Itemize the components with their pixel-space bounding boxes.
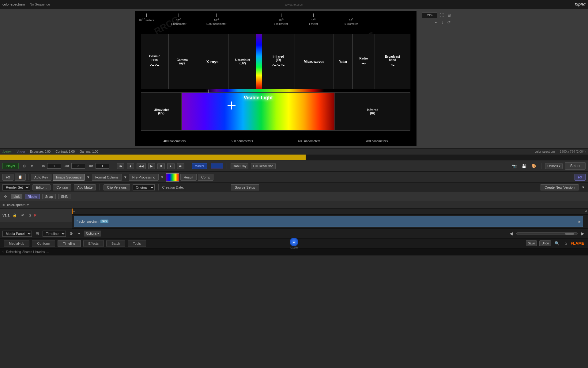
scroll-bar[interactable] [516, 232, 578, 235]
fit-btn[interactable]: ⊞ [446, 12, 452, 18]
separator-5 [541, 163, 541, 169]
clip-versions-label: Clip Versions [104, 184, 130, 190]
ram-play-btn[interactable]: RAM Play [231, 163, 248, 169]
em-cosmic-rays: Cosmicrays 〜〜 [141, 34, 168, 89]
format-options-btn[interactable]: Format Options [92, 174, 122, 181]
marker-label: Marker [195, 164, 204, 168]
sep-render-3 [227, 184, 227, 190]
prev-frame-btn[interactable]: ⏴ [127, 163, 134, 169]
tab-effects[interactable]: Effects [83, 240, 104, 247]
select-button[interactable]: Select [565, 162, 586, 170]
tab-conform[interactable]: Conform [32, 240, 55, 247]
save-frame-btn[interactable]: 💾 [520, 163, 528, 169]
video-label: Video [17, 150, 25, 154]
nm-400: 400 nanometers [164, 140, 186, 143]
options-label: Options [547, 164, 558, 168]
add-matte-btn[interactable]: Add Matte [74, 184, 96, 190]
solo-btn[interactable]: S [28, 213, 32, 218]
vis-band: Ultraviolet(UV) Visible Light Infrared(I… [141, 92, 410, 131]
snap-button[interactable]: Snap [42, 194, 56, 199]
options-btn[interactable]: Options ▾ [545, 163, 562, 169]
fx-bar: FX 📋 Auto Key Image Sequence ▾ Format Op… [0, 172, 588, 183]
nm-labels: 400 nanometers 500 nanometers 600 nanome… [141, 140, 410, 143]
fx-right-btn[interactable]: FX [575, 174, 586, 181]
tab-mediahub[interactable]: MediaHub [4, 240, 29, 247]
editor-btn[interactable]: Editor... [32, 184, 51, 190]
settings-btn[interactable]: ⚙ [21, 163, 27, 169]
gamma-label: Gamma: 1.00 [80, 150, 98, 153]
contain-btn[interactable]: Contain [53, 184, 71, 190]
zoom-level[interactable]: 79% [422, 12, 437, 18]
options-bottom-btn[interactable]: Options ▾ [84, 231, 101, 236]
dur-field[interactable] [96, 163, 109, 169]
undo-btn[interactable]: Undo [539, 240, 551, 246]
image-sequence-btn[interactable]: Image Sequence [53, 174, 85, 181]
pre-processing-btn[interactable]: Pre-Processing [129, 174, 159, 181]
home-btn[interactable]: ⌂ [563, 240, 568, 246]
track-label-row: V1:1 🔒 👁 S P [0, 209, 72, 222]
next-frame-btn[interactable]: ⏵ [167, 163, 175, 169]
render-set-select[interactable]: Render Set [2, 184, 30, 190]
out-label: Out [63, 164, 69, 168]
creation-date-field[interactable] [187, 186, 223, 189]
dropdown-btn[interactable]: ▾ [30, 163, 34, 169]
stop-btn[interactable]: ⏸ [157, 163, 165, 169]
notification-bar: ℹ Refreshing 'Shared Libraries' ... [0, 248, 588, 255]
fullscreen-btn[interactable]: ⛶ [439, 12, 445, 18]
go-to-start-btn[interactable]: ⏮ [117, 163, 124, 169]
pre-dropdown-icon[interactable]: ▾ [160, 174, 164, 180]
play-btn[interactable]: ▶ [148, 163, 155, 169]
seq-dropdown-icon[interactable]: ▾ [86, 174, 91, 180]
scroll-right-btn[interactable]: ▶ [580, 231, 586, 236]
save-btn[interactable]: Save [526, 240, 537, 246]
result-btn[interactable]: Result [180, 174, 197, 181]
clip-btn[interactable]: 📋 [15, 174, 26, 181]
full-resolution-btn[interactable]: Full Resolution [251, 163, 275, 169]
media-panel-icon[interactable]: ⊞ [34, 231, 40, 236]
lock-btn[interactable]: 🔒 [11, 213, 18, 218]
em-infrared: Infrared(IR) 〜〜〜 [262, 34, 295, 89]
media-panel-select[interactable]: Media Panel [2, 231, 32, 237]
playhead [72, 209, 73, 214]
flip-v-btn[interactable]: ↕ [441, 19, 445, 25]
clip-thumbnail[interactable] [166, 173, 179, 182]
tl-dropdown-btn[interactable]: ▾ [77, 231, 81, 236]
create-new-version-btn[interactable]: Create New Version [541, 184, 579, 190]
player-button[interactable]: Player [2, 163, 19, 169]
marker-button[interactable]: Marker [192, 163, 207, 169]
auto-key-btn[interactable]: Auto Key [31, 174, 51, 181]
color-btn[interactable]: 🎨 [530, 163, 537, 169]
tab-timeline[interactable]: Timeline [58, 240, 81, 247]
time-ruler: 1 2 [72, 209, 588, 215]
tl-settings-btn[interactable]: ⚙ [68, 231, 74, 236]
timeline-progress-bar[interactable] [0, 155, 588, 160]
logo-circle: 人 [290, 238, 298, 246]
comp-btn[interactable]: Comp [198, 174, 213, 181]
flip-h-btn[interactable]: ↔ [433, 19, 439, 25]
version-dropdown-icon[interactable]: ▾ [581, 184, 586, 190]
prev-slow-btn[interactable]: ◀◀ [137, 163, 146, 169]
ripple-button[interactable]: Ripple [25, 194, 40, 199]
clip-version-select[interactable]: Original [133, 184, 155, 190]
scroll-thumb [565, 233, 574, 235]
move-icon[interactable]: ✛ [2, 194, 8, 199]
tab-batch[interactable]: Batch [106, 240, 125, 247]
clip-block[interactable]: * color-spectrum JPG ▶ [74, 216, 583, 227]
sequence-icon: ◉ [2, 203, 5, 206]
search-btn[interactable]: 🔍 [553, 240, 561, 246]
source-setup-btn[interactable]: Source Setup [231, 184, 259, 190]
timeline-select[interactable]: Timeline [43, 231, 66, 237]
link-button[interactable]: Link [11, 194, 22, 199]
eye-btn[interactable]: 👁 [20, 213, 26, 218]
tab-tools[interactable]: Tools [128, 240, 146, 247]
go-to-end-btn[interactable]: ⏭ [177, 163, 184, 169]
out-field[interactable] [71, 163, 85, 169]
scroll-left-btn[interactable]: ◀ [508, 231, 514, 236]
track-timeline[interactable]: 1 2 * color-spectrum JPG ▶ [72, 209, 588, 228]
shift-button[interactable]: Shift [58, 194, 70, 199]
fx-button[interactable]: FX [2, 174, 13, 181]
in-field[interactable] [47, 163, 61, 169]
camera-btn[interactable]: 📷 [511, 163, 518, 169]
fmt-dropdown-icon[interactable]: ▾ [123, 174, 128, 180]
rotate-btn[interactable]: ⟳ [446, 19, 452, 25]
